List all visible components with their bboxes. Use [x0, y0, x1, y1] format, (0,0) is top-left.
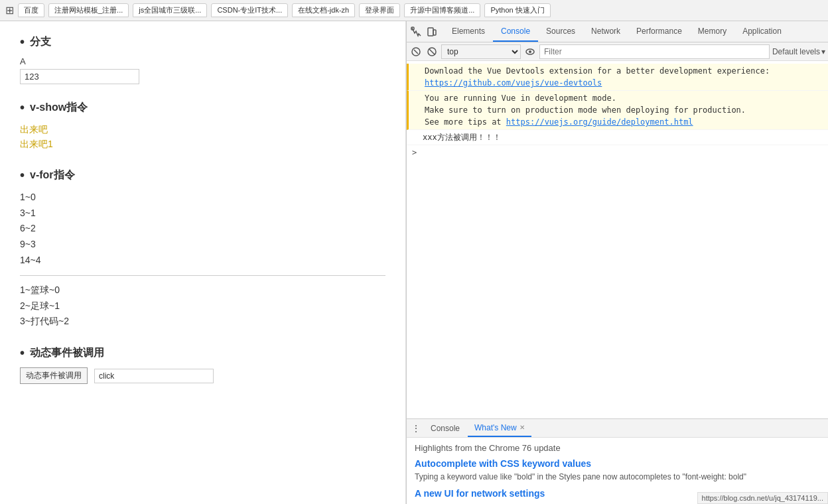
section-vshow: v-show指令 出来吧 出来吧1 [20, 100, 385, 152]
event-input[interactable] [94, 369, 214, 383]
section-event: 动态事件被调用 动态事件被调用 [20, 346, 385, 384]
page-content: 分支 A v-show指令 出来吧 出来吧1 v-for指令 1~0 3~1 6… [0, 21, 406, 504]
browser-tab-2[interactable]: js全国城市三级联... [133, 3, 207, 17]
svg-rect-1 [428, 28, 433, 36]
branch-input[interactable] [20, 69, 139, 84]
console-line-2: xxx方法被调用！！！ [407, 130, 828, 145]
svg-line-4 [414, 50, 418, 54]
main-area: 分支 A v-show指令 出来吧 出来吧1 v-for指令 1~0 3~1 6… [0, 21, 828, 504]
event-title: 动态事件被调用 [20, 346, 385, 361]
vfor-item-1: 3~1 [20, 206, 385, 221]
browser-tab-3[interactable]: CSDN-专业IT技术... [211, 3, 288, 17]
section-branch: 分支 A [20, 34, 385, 84]
device-icon[interactable] [425, 25, 439, 38]
svg-line-6 [429, 48, 435, 54]
svg-point-8 [529, 50, 531, 53]
tab-memory[interactable]: Memory [690, 21, 734, 42]
section-vfor: v-for指令 1~0 3~1 6~2 9~3 14~4 1~篮球~0 2~足球… [20, 168, 385, 330]
vshow-item-0: 出来吧 [20, 122, 385, 137]
branch-label: A [20, 56, 385, 66]
tab-elements[interactable]: Elements [444, 21, 493, 42]
drawer-tab-close-icon[interactable]: ✕ [519, 424, 525, 431]
default-levels-selector[interactable]: Default levels ▾ [772, 47, 825, 56]
card1-desc: Typing a keyword value like "bold" in th… [415, 472, 820, 483]
console-toolbar: top Default levels ▾ [407, 42, 828, 61]
devtools-tabs: Elements Console Sources Network Perform… [407, 21, 828, 42]
drawer-tab-whats-new[interactable]: What's New ✕ [468, 419, 531, 437]
branch-title: 分支 [20, 34, 385, 50]
vshow-item-1: 出来吧1 [20, 137, 385, 151]
svg-rect-2 [433, 30, 436, 35]
vshow-title: v-show指令 [20, 100, 385, 115]
vfor-item2-1: 2~足球~1 [20, 298, 385, 314]
tab-console[interactable]: Console [493, 21, 538, 42]
vfor-divider [20, 275, 385, 276]
whats-new-highlight: Highlights from the Chrome 76 update [415, 443, 820, 453]
event-controls: 动态事件被调用 [20, 367, 385, 384]
devtools-panel: Elements Console Sources Network Perform… [406, 21, 828, 504]
event-button[interactable]: 动态事件被调用 [20, 367, 88, 384]
vfor-title: v-for指令 [20, 168, 385, 183]
tab-application[interactable]: Application [734, 21, 790, 42]
url-tooltip: https://blog.csdn.net/u/jq_43174119... [697, 492, 828, 504]
vfor-item-4: 14~4 [20, 253, 385, 269]
vfor-item-2: 6~2 [20, 221, 385, 237]
block-icon[interactable] [425, 45, 439, 58]
tab-performance[interactable]: Performance [628, 21, 690, 42]
tab-sources[interactable]: Sources [538, 21, 583, 42]
console-text-2: xxx方法被调用！！！ [423, 133, 501, 142]
drawer-tabs: ⋮ Console What's New ✕ [407, 419, 828, 438]
browser-tab-1[interactable]: 注册网站模板_注册... [48, 3, 129, 17]
tab-network[interactable]: Network [583, 21, 628, 42]
card1-title: Autocomplete with CSS keyword values [415, 458, 820, 469]
deployment-link[interactable]: https://vuejs.org/guide/deployment.html [506, 117, 693, 127]
console-line-1: You are running Vue in development mode.… [407, 91, 828, 130]
console-arrow: > [412, 148, 417, 157]
browser-tab-5[interactable]: 登录界面 [359, 3, 400, 17]
eye-icon[interactable] [523, 45, 537, 58]
vfor-item-3: 9~3 [20, 237, 385, 253]
browser-tab-7[interactable]: Python 快速入门 [484, 3, 550, 17]
app-grid-icon[interactable]: ⊞ [5, 4, 14, 17]
browser-tab-baidu[interactable]: 百度 [18, 3, 44, 17]
clear-console-icon[interactable] [409, 45, 423, 58]
vfor-item2-2: 3~打代码~2 [20, 314, 385, 330]
vfor-item2-0: 1~篮球~0 [20, 283, 385, 298]
context-selector[interactable]: top [441, 44, 521, 59]
console-prompt: > [407, 145, 828, 160]
browser-tab-6[interactable]: 升源中国博客频道... [404, 3, 480, 17]
console-output: Download the Vue Devtools extension for … [407, 61, 828, 418]
console-line-0: Download the Vue Devtools extension for … [407, 64, 828, 91]
browser-tab-4[interactable]: 在线文档-jdk-zh [292, 3, 355, 17]
inspect-icon[interactable] [409, 25, 423, 38]
vfor-item-0: 1~0 [20, 190, 385, 206]
console-filter-input[interactable] [539, 44, 770, 59]
console-text-1: You are running Vue in development mode.… [425, 94, 746, 127]
devtools-drawer: ⋮ Console What's New ✕ Highlights from t… [407, 418, 828, 504]
browser-bar: ⊞ 百度 注册网站模板_注册... js全国城市三级联... CSDN-专业IT… [0, 0, 828, 21]
console-text-0: Download the Vue Devtools extension for … [425, 66, 770, 88]
devtools-tab-icons [409, 25, 439, 38]
drawer-menu-icon[interactable]: ⋮ [409, 422, 423, 435]
vue-devtools-link[interactable]: https://github.com/vuejs/vue-devtools [425, 78, 602, 88]
drawer-tab-console[interactable]: Console [424, 419, 466, 437]
